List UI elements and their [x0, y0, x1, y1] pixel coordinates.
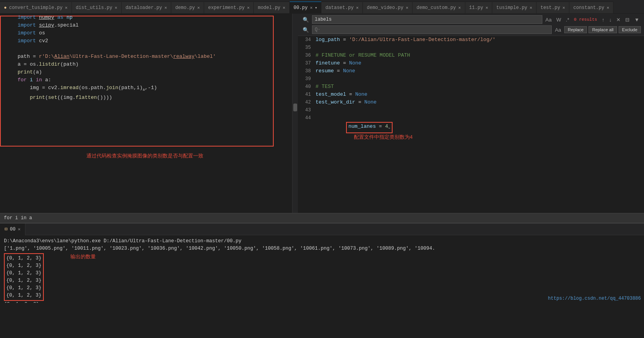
tab-close-icon[interactable]: ✕ — [486, 5, 488, 10]
tab-label: model.py — [258, 5, 280, 11]
code-line: print(set((img.flatten()))) — [0, 94, 292, 102]
tab-dataloader[interactable]: dataloader.py ✕ — [122, 2, 171, 13]
replace-button[interactable]: Replace — [564, 26, 587, 33]
code-line: 34 log_path = 'D:/Alian/Ultra-Fast-Lane-… — [298, 36, 644, 44]
tab-model[interactable]: model.py ✕ — [254, 2, 289, 13]
tab-close-icon[interactable]: ✕ — [247, 5, 250, 10]
code-line: 39 — [298, 75, 644, 83]
terminal-output-line: {0, 1, 2, 3} — [6, 292, 41, 299]
terminal-content[interactable]: D:\Anaconda3\envs\lane\python.exe D:/Ali… — [0, 235, 644, 303]
replace-toggle-btn[interactable]: 🔍 — [301, 26, 310, 34]
close-search-btn[interactable]: ✕ — [615, 16, 622, 23]
next-result-btn[interactable]: ↓ — [608, 16, 614, 23]
code-line: 40 # TEST — [298, 83, 644, 91]
tab-demo_custom[interactable]: demo_custom.py ✕ — [413, 2, 465, 13]
code-line: import cv2 — [0, 37, 292, 45]
tab-label: tusimple.py — [496, 5, 527, 11]
right-pane: 🔍 Aa W .* 0 results ↑ ↓ ✕ ⊟ ▼ 🔍 Aa Repla… — [298, 14, 644, 213]
tab-dist_utils[interactable]: dist_utils.py ✕ — [72, 2, 122, 13]
dropdown-icon[interactable]: ▾ — [315, 5, 317, 10]
tab-bar: ● convert_tusimple.py ✕ dist_utils.py ✕ … — [0, 0, 644, 14]
left-annotation: 通过代码检查实例掩膜图像的类别数是否与配置一致 — [23, 152, 266, 159]
terminal-file-list: ['1.png', '10005.png', '10011.png', '100… — [4, 245, 640, 252]
tab-label: constant.py — [573, 5, 604, 11]
terminal-tab-close[interactable]: ✕ — [18, 227, 21, 232]
terminal-command: D:\Anaconda3\envs\lane\python.exe D:/Ali… — [4, 238, 640, 245]
num_lanes-box: num_lanes = 4~ — [346, 122, 393, 133]
tab-label: dataloader.py — [126, 5, 162, 11]
prev-result-btn[interactable]: ↑ — [600, 16, 606, 23]
terminal-tab-bar: ⊡ 00 ✕ — [0, 224, 644, 235]
more-btn[interactable]: ▼ — [633, 16, 641, 23]
pane-divider — [292, 14, 298, 213]
exclude-button[interactable]: Exclude — [619, 26, 641, 33]
code-area-left[interactable]: import numpy as np import scipy.special … — [0, 14, 292, 117]
tab-close-icon[interactable]: ✕ — [310, 5, 313, 10]
search-icon-btn[interactable]: 🔍 — [301, 16, 310, 23]
status-bar: for i in a — [0, 213, 644, 223]
terminal-annotation: 输出的数量 — [70, 254, 96, 259]
tab-close-icon[interactable]: ✕ — [115, 5, 117, 10]
editor-area: import numpy as np import scipy.special … — [0, 14, 644, 213]
search-top-row: 🔍 Aa W .* 0 results ↑ ↓ ✕ ⊟ ▼ — [301, 15, 641, 24]
code-line — [0, 109, 292, 117]
code-line: import os — [0, 29, 292, 37]
code-line: 36 # FINETUNE or RESUME MODEL PATH — [298, 52, 644, 59]
scroll-thumb — [293, 104, 297, 111]
whole-word-btn[interactable]: W — [555, 16, 563, 23]
tab-demo_video[interactable]: demo_video.py ✕ — [363, 2, 413, 13]
tab-close-icon[interactable]: ✕ — [356, 5, 359, 10]
case-sensitive-replace-btn[interactable]: Aa — [553, 26, 563, 34]
terminal-panel: ⊡ 00 ✕ D:\Anaconda3\envs\lane\python.exe… — [0, 223, 644, 303]
code-line: for i in a: — [0, 76, 292, 84]
url-link[interactable]: https://blog.csdn.net/qq_44703886 — [548, 296, 641, 301]
tab-dataset[interactable]: dataset.py ✕ — [321, 2, 363, 13]
code-line: print(a) — [0, 68, 292, 76]
case-sensitive-btn[interactable]: Aa — [544, 16, 553, 23]
search-bar: 🔍 Aa W .* 0 results ↑ ↓ ✕ ⊟ ▼ 🔍 Aa Repla… — [298, 14, 644, 36]
regex-btn[interactable]: .* — [564, 16, 571, 23]
tab-tusimple[interactable]: tusimple.py ✕ — [492, 2, 536, 13]
tab-00[interactable]: 00.py ✕ ▾ — [290, 2, 322, 13]
code-line: import numpy as np — [0, 14, 292, 21]
code-line: 42 test_work_dir = None — [298, 98, 644, 106]
code-line: 38 resume = None — [298, 67, 644, 75]
replace-all-button[interactable]: Replace all — [588, 26, 617, 33]
tab-label: dataset.py — [325, 5, 353, 11]
tab-close-icon[interactable]: ✕ — [458, 5, 461, 10]
tab-label: 11.py — [469, 5, 483, 11]
tab-label: demo.py — [175, 5, 195, 11]
terminal-tab-00[interactable]: ⊡ 00 ✕ — [0, 224, 25, 235]
tab-close-icon[interactable]: ✕ — [283, 5, 285, 10]
right-code-area[interactable]: 34 log_path = 'D:/Alian/Ultra-Fast-Lane-… — [298, 36, 644, 213]
right-annotation: 配置文件中指定类别数为4 — [354, 134, 413, 140]
tab-11[interactable]: 11.py ✕ — [465, 2, 493, 13]
terminal-icon: ⊡ — [5, 226, 7, 232]
tab-close-icon[interactable]: ✕ — [606, 5, 609, 10]
tab-label: 00.py — [294, 5, 308, 11]
tab-close-icon[interactable]: ✕ — [406, 5, 409, 10]
tab-close-icon[interactable]: ✕ — [563, 5, 565, 10]
tab-constant[interactable]: constant.py ✕ — [569, 2, 614, 13]
code-line: import scipy.special — [0, 21, 292, 29]
search-input[interactable] — [312, 15, 542, 24]
tab-label: test.py — [540, 5, 560, 11]
tab-close-icon[interactable]: ✕ — [165, 5, 167, 10]
tab-close-icon[interactable]: ✕ — [530, 5, 533, 10]
filter-btn[interactable]: ⊟ — [624, 16, 631, 23]
tab-close-icon[interactable]: ✕ — [197, 5, 200, 10]
tab-close-icon[interactable]: ✕ — [65, 5, 68, 10]
code-line: 41 test_model = None — [298, 91, 644, 98]
tab-label: convert_tusimple.py — [9, 5, 63, 11]
terminal-tab-label: 00 — [10, 227, 15, 232]
replace-input[interactable] — [312, 25, 552, 34]
tab-experiment[interactable]: experiment.py ✕ — [204, 2, 254, 13]
tab-demo[interactable]: demo.py ✕ — [171, 2, 204, 13]
tab-convert_tusimple[interactable]: ● convert_tusimple.py ✕ — [0, 2, 72, 13]
terminal-output-line: {0, 1, 2, 3} — [6, 284, 41, 292]
tab-test[interactable]: test.py ✕ — [536, 2, 569, 13]
code-line: path = r'D:\Alian\Ultra-Fast-Lane-Detect… — [0, 53, 292, 61]
terminal-output-line: {0, 1, 2, 3} — [6, 270, 41, 277]
code-line: 35 — [298, 44, 644, 52]
tab-icon: ● — [4, 5, 7, 11]
